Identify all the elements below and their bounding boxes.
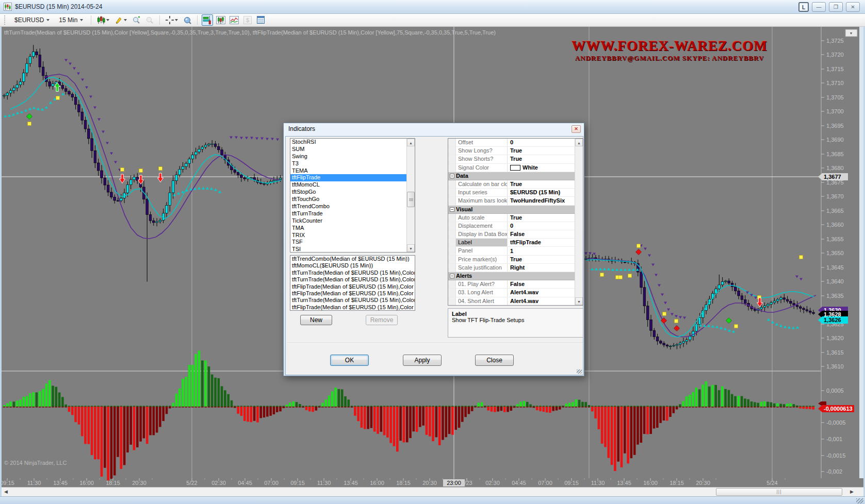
indicator-list-item[interactable]: TSF [290,239,415,246]
zoom-in-button[interactable] [130,14,142,26]
property-row[interactable]: 01. Play Alert?False [448,280,575,289]
chart-trader-button[interactable] [229,14,240,26]
zoom-out-button[interactable] [144,14,155,26]
property-value[interactable]: White [508,164,575,172]
configured-indicator-item[interactable]: tftMomoCL($EURUSD (15 Min)) [290,262,415,269]
scroll-up-icon[interactable]: ▲ [575,139,583,146]
property-row[interactable]: Panel1 [448,247,575,255]
link-button[interactable]: L [798,2,809,12]
property-row[interactable]: Show Longs?True [448,147,575,155]
property-value[interactable]: 0 [508,222,575,230]
indicator-list-item[interactable]: TickCounter [290,217,415,225]
configured-indicator-item[interactable]: tftFlipTrade(Median of $EURUSD (15 Min),… [290,304,415,311]
toolbar-grip[interactable] [4,15,7,25]
property-section[interactable]: −Data [448,172,575,180]
configured-indicator-item[interactable]: tftTurnTrade(Median of $EURUSD (15 Min),… [290,297,415,304]
snap-mode-button[interactable] [182,14,193,26]
close-dialog-button[interactable]: Close [475,355,514,366]
property-value[interactable]: Alert4.wav [508,297,575,305]
scroll-right-icon[interactable]: ▶ [850,489,854,494]
drawing-tools-button[interactable] [113,14,128,26]
restore-button[interactable]: ❐ [829,2,843,12]
property-row[interactable]: 04. Short AlertAlert4.wav [448,297,575,306]
close-button[interactable]: ✕ [846,2,860,12]
property-value[interactable]: True [508,256,575,263]
property-value[interactable]: False [508,230,575,238]
list-scrollbar[interactable]: ▲ ▼ [406,139,415,252]
property-value[interactable]: 1 [508,247,575,255]
indicator-list-item[interactable]: Swing [290,153,415,160]
configured-indicator-item[interactable]: tftTrendCombo(Median of $EURUSD (15 Min)… [290,256,415,262]
property-row[interactable]: Auto scaleTrue [448,214,575,222]
property-row[interactable]: Display in Data BoxFalse [448,230,575,239]
remove-button[interactable]: Remove [366,315,398,325]
apply-button[interactable]: Apply [403,355,442,366]
ok-button[interactable]: OK [330,355,369,366]
collapse-icon[interactable]: − [450,174,454,178]
property-value[interactable]: Right [508,264,575,272]
property-value[interactable]: TwoHundredFiftySix [508,197,575,205]
account-data-button[interactable]: $ [242,14,253,26]
crosshair-button[interactable] [164,14,179,26]
data-box-button[interactable] [255,14,267,26]
property-row[interactable]: 03. Long AlertAlert4.wav [448,289,575,297]
property-row[interactable]: Calculate on bar closTrue [448,180,575,189]
collapse-icon[interactable]: − [450,207,454,212]
resize-grip[interactable] [856,498,863,503]
indicator-list-item[interactable]: tftTrendCombo [290,203,415,210]
property-section[interactable]: −Alerts [448,272,575,280]
property-row[interactable]: Input series$EURUSD (15 Min) [448,189,575,197]
configured-indicator-item[interactable]: tftTurnTrade(Median of $EURUSD (15 Min),… [290,276,415,283]
property-value[interactable]: 0 [508,139,575,146]
property-row[interactable]: Displacement0 [448,222,575,230]
property-value[interactable]: True [508,180,575,188]
property-value[interactable]: True [508,147,575,155]
scroll-left-icon[interactable]: ◀ [4,489,8,494]
property-row[interactable]: LabeltftFlipTrade [448,239,575,247]
indicator-list-item[interactable]: tftTouchGo [290,196,415,203]
instrument-dropdown[interactable]: $EURUSD [11,15,53,25]
horizontal-scrollbar[interactable]: ◀ ||| ▶ [2,487,863,496]
indicator-list-item[interactable]: tftTurnTrade [290,210,415,217]
scrollbar-thumb[interactable] [407,192,415,207]
property-grid-scrollbar[interactable]: ▲ ▼ [575,139,583,305]
property-value[interactable]: $EURUSD (15 Min) [508,189,575,196]
indicator-configured-list[interactable]: tftTrendCombo(Median of $EURUSD (15 Min)… [290,255,415,311]
scrollbar-thumb[interactable]: ||| [716,488,842,496]
dialog-resize-grip[interactable] [577,369,582,374]
property-row[interactable]: Maximum bars look lTwoHundredFiftySix [448,197,575,205]
indicator-list-item[interactable]: TSI [290,246,415,253]
indicator-list-item[interactable]: TMA [290,225,415,232]
indicator-list-item[interactable]: tftStopGo [290,189,415,196]
scroll-up-icon[interactable]: ▲ [407,139,415,146]
property-row[interactable]: Signal ColorWhite [448,164,575,172]
property-row[interactable]: Price marker(s)True [448,256,575,264]
configured-indicator-item[interactable]: tftFlipTrade(Median of $EURUSD (15 Min),… [290,290,415,297]
chart-style-button[interactable] [95,14,111,26]
property-row[interactable]: Offset0 [448,139,575,147]
configured-indicator-item[interactable]: tftFlipTrade(Median of $EURUSD (15 Min),… [290,283,415,290]
property-row[interactable]: Show Shorts?True [448,155,575,163]
dialog-title[interactable]: Indicators [284,123,584,135]
indicator-list-item[interactable]: T3 [290,160,415,167]
minimize-button[interactable]: — [812,2,826,12]
indicator-list-item[interactable]: TRIX [290,232,415,239]
configured-indicator-item[interactable]: tftTurnTrade(Median of $EURUSD (15 Min),… [290,270,415,276]
dialog-close-button[interactable]: ✕ [572,125,581,133]
property-section[interactable]: −Visual [448,206,575,214]
indicator-list-item[interactable]: SUM [290,146,415,153]
property-value[interactable]: tftFlipTrade [508,239,575,246]
indicator-list-item[interactable]: StochRSI [290,139,415,146]
property-value[interactable]: True [508,214,575,222]
interval-dropdown[interactable]: 15 Min [55,15,87,25]
property-row[interactable]: Scale justificationRight [448,264,575,272]
new-button[interactable]: New [300,315,332,325]
indicator-list-item[interactable]: tftMomoCL [290,181,415,189]
indicators-button[interactable] [202,14,213,26]
indicator-list-item[interactable]: TEMA [290,167,415,175]
property-value[interactable]: False [508,280,575,288]
collapse-icon[interactable]: − [450,274,454,278]
property-value[interactable]: Alert4.wav [508,289,575,296]
property-value[interactable]: True [508,155,575,163]
indicator-list-item[interactable]: tftFlipTrade [290,174,415,181]
